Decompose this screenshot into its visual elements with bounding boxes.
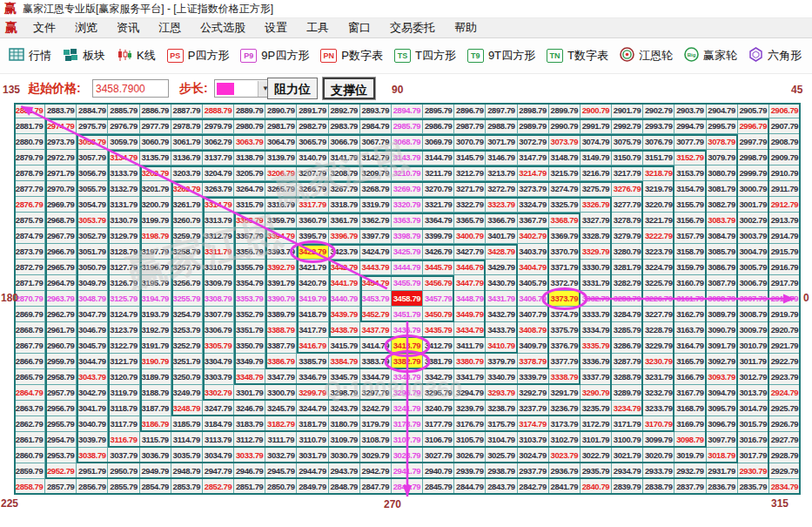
menu-item-4[interactable]: 公式选股 <box>191 20 255 36</box>
menu-item-1[interactable]: 浏览 <box>65 20 107 36</box>
grid-cell: 3405.79 <box>518 275 549 291</box>
grid-cell: 3099.79 <box>643 432 674 448</box>
toolbar-item-行情[interactable]: 行情 <box>9 48 51 64</box>
grid-cell: 3159.79 <box>674 260 706 275</box>
grid-cell: 2958.79 <box>45 369 77 385</box>
grid-cell: 3395.79 <box>297 228 328 244</box>
grid-cell: 2909.79 <box>769 150 801 166</box>
grid-cell: 3162.79 <box>674 307 706 322</box>
grid-cell: 3274.79 <box>549 181 580 197</box>
grid-cell: 3127.79 <box>108 260 139 275</box>
grid-cell: 2892.79 <box>329 103 360 118</box>
grid-cell: 3185.79 <box>171 416 203 432</box>
grid-cell: 3063.79 <box>234 134 265 150</box>
grid-cell: 3376.79 <box>549 338 580 354</box>
grid-cell: 3260.79 <box>171 213 203 228</box>
grid-cell: 3170.79 <box>643 416 674 432</box>
grid-cell: 3280.79 <box>612 244 643 260</box>
toolbar-item-六角形[interactable]: 六角形 <box>748 47 802 64</box>
grid-cell: 2944.79 <box>297 463 328 479</box>
grid-cell: 3204.79 <box>203 166 234 181</box>
grid-cell: 3209.79 <box>360 166 392 181</box>
grid-cell: 3087.79 <box>707 275 738 291</box>
grid-cell: 3053.79 <box>77 213 108 228</box>
toolbar-item-P四方形[interactable]: PSP四方形 <box>167 48 230 64</box>
menu-item-5[interactable]: 设置 <box>255 20 297 36</box>
toolbar-item-9P四方形[interactable]: P99P四方形 <box>240 48 309 64</box>
grid-cell: 3362.79 <box>360 213 392 228</box>
grid-cell: 2953.79 <box>45 448 77 463</box>
grid-cell: 3192.79 <box>140 322 171 338</box>
menu-item-7[interactable]: 窗口 <box>339 20 380 36</box>
menu-item-3[interactable]: 江恩 <box>149 20 191 36</box>
toolbar-item-K线[interactable]: K线 <box>117 48 156 64</box>
grid-cell: 3286.79 <box>612 338 643 354</box>
grid-cell: 3379.79 <box>486 354 517 369</box>
grid-cell: 3315.79 <box>234 197 265 213</box>
grid-cell: 3428.79 <box>486 244 517 260</box>
winner-wheel-icon: Big <box>684 47 699 64</box>
menu-item-6[interactable]: 工具 <box>297 20 339 36</box>
toolbar-item-P数字表[interactable]: PNP数字表 <box>320 48 383 64</box>
grid-cell: 3375.79 <box>549 322 580 338</box>
grid-cell: 3294.79 <box>454 385 486 401</box>
menu-item-9[interactable]: 帮助 <box>445 20 487 36</box>
grid-cell: 3123.79 <box>108 322 139 338</box>
grid-cell: 2883.79 <box>45 103 77 118</box>
grid-cell: 3028.79 <box>392 448 423 463</box>
grid-cell: 3168.79 <box>674 401 706 416</box>
grid-cell: 3104.79 <box>486 432 517 448</box>
grid-cell: 3422.79 <box>297 244 328 260</box>
grid-cell: 2884.79 <box>77 103 108 118</box>
toolbar-item-板块[interactable]: 板块 <box>63 48 105 64</box>
menu-item-0[interactable]: 文件 <box>23 20 65 36</box>
support-button[interactable]: 支撑位 <box>323 78 375 99</box>
grid-cell: 3258.79 <box>171 244 203 260</box>
grid-cell: 2881.79 <box>14 118 45 134</box>
step-combo[interactable]: ▼ <box>214 79 273 98</box>
resistance-button[interactable]: 阻力位 <box>267 78 318 99</box>
toolbar-item-label: 江恩轮 <box>639 48 673 64</box>
grid-cell: 3366.79 <box>486 213 517 228</box>
grid-cell: 3108.79 <box>360 432 392 448</box>
grid-cell: 3046.79 <box>77 322 108 338</box>
grid-cell: 2908.79 <box>769 134 801 150</box>
grid-cell: 3051.79 <box>77 244 108 260</box>
grid-cell: 3000.79 <box>738 181 769 197</box>
grid-cell: 3066.79 <box>329 134 360 150</box>
toolbar-item-label: T数字表 <box>567 48 608 64</box>
grid-cell: 3404.79 <box>518 260 549 275</box>
grid-cell: 3037.79 <box>108 448 139 463</box>
toolbar-item-T数字表[interactable]: TNT数字表 <box>547 48 608 64</box>
grid-cell: 3098.79 <box>674 432 706 448</box>
grid-cell: 3410.79 <box>486 338 517 354</box>
start-price-input[interactable] <box>92 79 169 98</box>
grid-cell: 2862.79 <box>14 416 45 432</box>
toolbar-item-江恩轮[interactable]: 江恩轮 <box>620 47 673 64</box>
angle-label-315: 315 <box>771 497 789 510</box>
grid-cell: 3072.79 <box>518 134 549 150</box>
grid-cell: 2929.79 <box>769 463 801 479</box>
toolbar-item-label: 六角形 <box>768 48 802 64</box>
grid-cell: 3101.79 <box>580 432 612 448</box>
title-bar: 赢 赢家江恩专业版[赢家服务平台] - [上证指数价格正方形] <box>0 0 812 18</box>
grid-cell: 3409.79 <box>518 338 549 354</box>
toolbar-item-9T四方形[interactable]: T99T四方形 <box>467 48 535 64</box>
grid-cell: 2857.79 <box>45 479 77 495</box>
grid-cell: 3186.79 <box>140 416 171 432</box>
menu-item-8[interactable]: 交易委托 <box>380 20 445 36</box>
toolbar-item-T四方形[interactable]: TST四方形 <box>394 48 456 64</box>
grid-cell: 2867.79 <box>14 338 45 354</box>
menu-item-2[interactable]: 资讯 <box>107 20 149 36</box>
grid-cell: 2864.79 <box>14 385 45 401</box>
grid-cell: 3133.79 <box>108 166 139 181</box>
grid-cell: 3332.79 <box>580 291 612 307</box>
grid-cell: 3386.79 <box>265 354 297 369</box>
grid-cell: 2941.79 <box>392 463 423 479</box>
grid-cell: 2949.79 <box>140 463 171 479</box>
toolbar-item-赢家轮[interactable]: Big赢家轮 <box>684 47 737 64</box>
grid-cell: 2979.79 <box>203 118 234 134</box>
grid-cell: 3261.79 <box>171 197 203 213</box>
grid-cell: 2871.79 <box>14 275 45 291</box>
grid-cell: 3312.79 <box>203 228 234 244</box>
